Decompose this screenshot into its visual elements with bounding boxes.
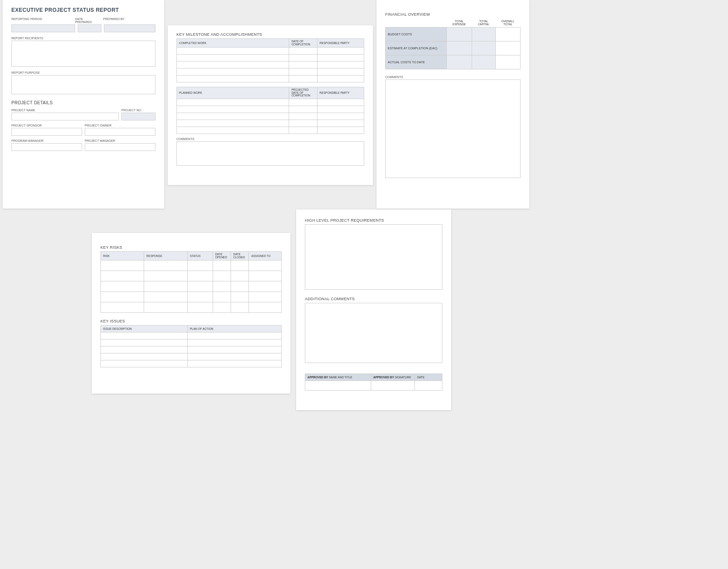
executive-report-card: EXECUTIVE PROJECT STATUS REPORT REPORTIN…: [3, 0, 164, 10]
financial-card: FINANCIAL OVERVIEW TOTAL EXPENSE TOTAL C…: [376, 0, 529, 10]
card-title: EXECUTIVE PROJECT STATUS REPORT: [11, 7, 155, 10]
